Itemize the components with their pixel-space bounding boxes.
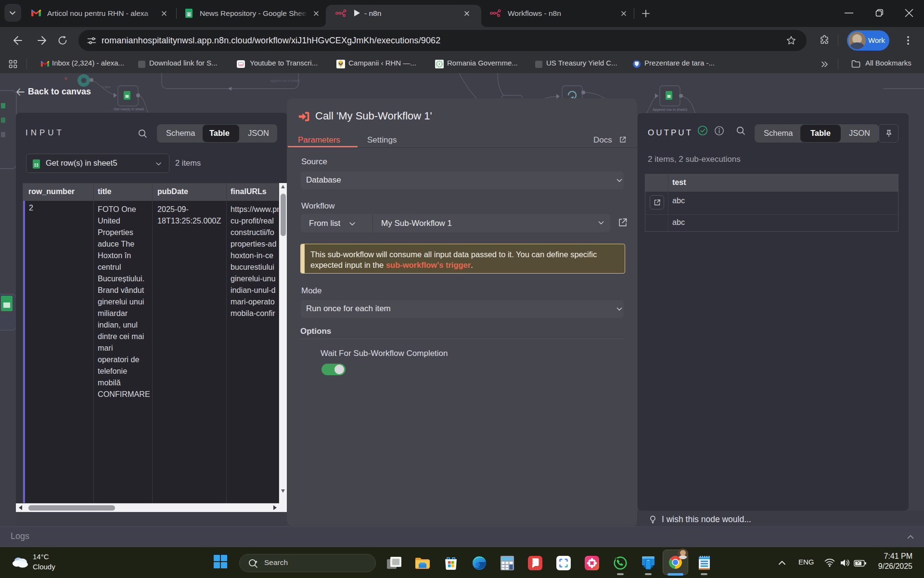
svg-text:1 item: 1 item [102, 85, 111, 89]
svg-text:Get row(s) in sheet: Get row(s) in sheet [114, 107, 144, 111]
svg-text:append row in sheet1: append row in sheet1 [270, 79, 301, 83]
svg-text:Append row in sheet1: Append row in sheet1 [653, 107, 688, 112]
